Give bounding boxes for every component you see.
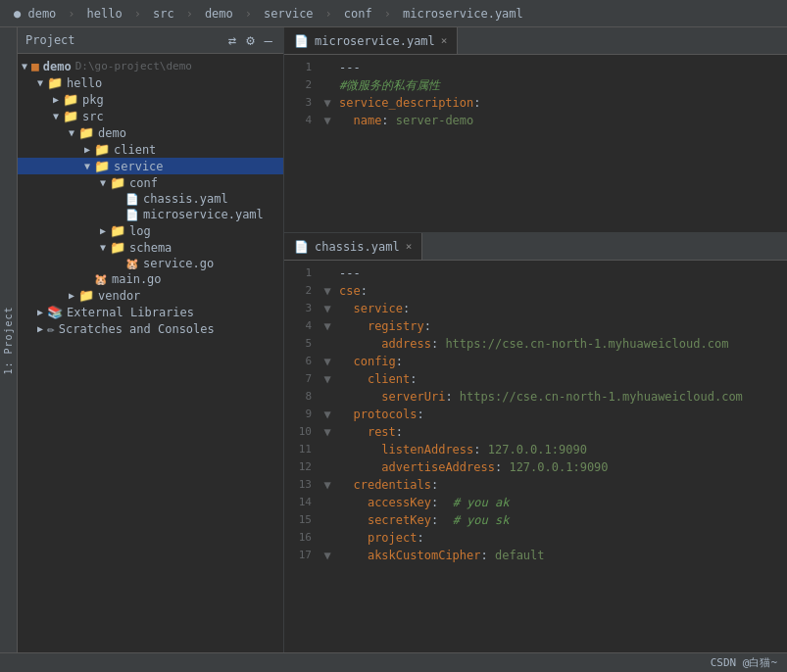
top-bar: ● demo › hello › src › demo › service › …	[0, 0, 787, 27]
tree-item-conf[interactable]: ▼ 📁 conf	[18, 174, 283, 191]
code-line-c12: 12 advertiseAddress: 127.0.0.1:9090	[284, 458, 787, 476]
code-line-c16: 16 project:	[284, 529, 787, 547]
tree-item-hello[interactable]: ▼ 📁 hello	[18, 74, 283, 91]
code-line-c2: 2 ▼ cse:	[284, 282, 787, 300]
tree-item-scratches[interactable]: ▶ ✏ Scratches and Consoles	[18, 320, 283, 337]
sidebar: Project ⇄ ⚙ — ▼ ■ demo D:\go-project\dem…	[18, 27, 284, 652]
tree-item-pkg[interactable]: ▶ 📁 pkg	[18, 91, 283, 108]
tab-microservice-label: microservice.yaml	[315, 34, 435, 48]
collapse-icon[interactable]: —	[262, 31, 275, 49]
chassis-editor-content[interactable]: 1 --- 2 ▼ cse: 3 ▼ service:	[284, 261, 787, 652]
tree-item-service[interactable]: ▼ 📁 service	[18, 158, 283, 174]
tree-item-vendor[interactable]: ▶ 📁 vendor	[18, 287, 283, 304]
sync-icon[interactable]: ⇄	[225, 31, 239, 49]
tree-item-main-go[interactable]: 🐹 main.go	[18, 271, 283, 287]
code-line-m1: 1 ---	[284, 59, 787, 76]
tab-microservice[interactable]: 📄 microservice.yaml ×	[284, 27, 458, 54]
tree-item-schema[interactable]: ▼ 📁 schema	[18, 239, 283, 256]
code-line-m4: 4 ▼ name: server-demo	[284, 112, 787, 129]
tree-item-client[interactable]: ▶ 📁 client	[18, 141, 283, 158]
topbar-microservice[interactable]: microservice.yaml	[397, 5, 529, 23]
gear-icon[interactable]: ⚙	[243, 31, 257, 49]
code-line-c13: 13 ▼ credentials:	[284, 476, 787, 494]
bottom-bar: CSDN @白猫~	[0, 652, 787, 672]
code-line-m3: 3 ▼ service_description:	[284, 94, 787, 112]
tab-microservice-close[interactable]: ×	[441, 34, 448, 47]
tab-chassis-label: chassis.yaml	[315, 240, 400, 254]
tab-bar-top: 📄 microservice.yaml ×	[284, 27, 787, 55]
code-line-c17: 17 ▼ akskCustomCipher: default	[284, 547, 787, 564]
main-area: 1: Project Project ⇄ ⚙ — ▼ ■ demo D:\go-…	[0, 27, 787, 652]
tree-item-demo-root[interactable]: ▼ ■ demo D:\go-project\demo	[18, 58, 283, 74]
credit-text: CSDN @白猫~	[711, 655, 777, 670]
sidebar-tree: ▼ ■ demo D:\go-project\demo ▼ 📁 hello ▶ …	[18, 54, 283, 652]
topbar-src[interactable]: src	[147, 5, 180, 23]
topbar-demo[interactable]: ● demo	[8, 5, 62, 23]
code-line-c15: 15 secretKey: # you sk	[284, 511, 787, 529]
code-line-c1: 1 ---	[284, 264, 787, 282]
tab-chassis-close[interactable]: ×	[406, 240, 413, 253]
left-panel-label: 1: Project	[0, 27, 18, 652]
code-line-c14: 14 accessKey: # you ak	[284, 494, 787, 511]
topbar-demo2[interactable]: demo	[199, 5, 239, 23]
yaml-file-icon: 📄	[294, 34, 309, 48]
tree-item-microservice-yaml[interactable]: 📄 microservice.yaml	[18, 207, 283, 222]
code-line-m2: 2 #微服务的私有属性	[284, 76, 787, 94]
code-line-c8: 8 serverUri: https://cse.cn-north-1.myhu…	[284, 388, 787, 406]
code-line-c6: 6 ▼ config:	[284, 353, 787, 370]
tree-item-demo-sub[interactable]: ▼ 📁 demo	[18, 124, 283, 141]
sidebar-toolbar: ⇄ ⚙ —	[225, 31, 275, 49]
code-line-c4: 4 ▼ registry:	[284, 317, 787, 335]
tree-item-chassis-yaml[interactable]: 📄 chassis.yaml	[18, 191, 283, 207]
tab-bar-bottom: 📄 chassis.yaml ×	[284, 233, 787, 261]
editor-area: 📄 microservice.yaml × 1 --- 2 #微服务的私有属性	[284, 27, 787, 652]
tree-item-src[interactable]: ▼ 📁 src	[18, 108, 283, 124]
sidebar-title: Project	[25, 33, 75, 47]
topbar-hello[interactable]: hello	[81, 5, 128, 23]
tab-chassis[interactable]: 📄 chassis.yaml ×	[284, 233, 422, 260]
code-line-c11: 11 listenAddress: 127.0.0.1:9090	[284, 441, 787, 458]
code-line-c10: 10 ▼ rest:	[284, 423, 787, 441]
tree-item-service-go[interactable]: 🐹 service.go	[18, 256, 283, 271]
code-line-c5: 5 address: https://cse.cn-north-1.myhuaw…	[284, 335, 787, 353]
code-line-c7: 7 ▼ client:	[284, 370, 787, 388]
code-line-c9: 9 ▼ protocols:	[284, 406, 787, 423]
sidebar-header: Project ⇄ ⚙ —	[18, 27, 283, 54]
topbar-conf[interactable]: conf	[338, 5, 378, 23]
tree-item-log[interactable]: ▶ 📁 log	[18, 222, 283, 239]
code-line-c3: 3 ▼ service:	[284, 300, 787, 317]
editor-pane-chassis: 📄 chassis.yaml × 1 --- 2 ▼ cse:	[284, 233, 787, 652]
microservice-editor-content[interactable]: 1 --- 2 #微服务的私有属性 3 ▼ service_descriptio…	[284, 55, 787, 232]
topbar-service[interactable]: service	[258, 5, 320, 23]
tree-item-external-libs[interactable]: ▶ 📚 External Libraries	[18, 304, 283, 320]
editor-pane-microservice: 📄 microservice.yaml × 1 --- 2 #微服务的私有属性	[284, 27, 787, 233]
chassis-file-icon: 📄	[294, 240, 309, 254]
